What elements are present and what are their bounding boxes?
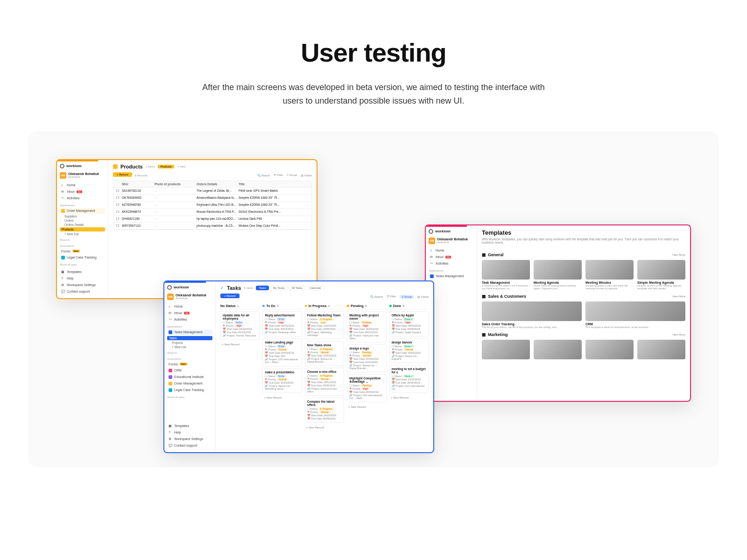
nav-activities[interactable]: 〰Activities (60, 196, 105, 201)
nav-activities[interactable]: 〰Activities (167, 317, 212, 322)
task-card[interactable]: Reply advertisement ☐ Status To Do ⚑ Pri… (262, 311, 302, 336)
task-card[interactable]: Highlight Competitive Advantage ... ☐ St… (347, 374, 386, 402)
add-record-link[interactable]: + New Record (389, 395, 429, 400)
nav-tasks[interactable]: Tasks (167, 336, 212, 340)
nav-orders[interactable]: Orders (60, 219, 105, 222)
table-row[interactable]: ☐OK769284902—AmazonBasics Backpack fo...… (113, 195, 311, 202)
tab-tasks[interactable]: Tasks (256, 286, 268, 290)
tab-alltasks[interactable]: All Tasks (289, 286, 306, 290)
task-card[interactable]: Offers by Apple ☐ Status Done ✓ ⚑ Priori… (389, 311, 429, 336)
group-button[interactable]: ≡ Group (400, 295, 414, 299)
nav-showall[interactable]: Show all apps (60, 263, 105, 266)
add-record-link[interactable]: + New Record (305, 425, 344, 430)
nav-templates[interactable]: ▦Templates (60, 269, 105, 275)
nav-automation[interactable]: Automation (60, 245, 105, 247)
add-record-button[interactable]: + Record (113, 172, 132, 177)
nav-order-mgmt[interactable]: Order Management (60, 208, 105, 214)
template-card[interactable]: Simple Meeting AgendaSimpler version of … (637, 260, 685, 290)
nav-ws-settings[interactable]: ⚙Workspace Settings (60, 282, 105, 288)
nav-new-list[interactable]: + New List (60, 232, 105, 236)
template-card[interactable]: CRMThis template is ideal for entreprene… (585, 301, 685, 329)
brand[interactable]: workiom (429, 229, 474, 234)
table-row[interactable]: ☐AZ783946780—Keyboard Ultra-Thin LED B..… (113, 202, 311, 209)
task-card[interactable]: Compare the latest offers ☐ Status In Pr… (305, 398, 344, 423)
nav-help[interactable]: ?Help (167, 430, 212, 435)
template-card[interactable] (637, 340, 685, 361)
nav-legal[interactable]: Legal Case Tracking (167, 387, 212, 393)
template-card[interactable]: Meeting AgendaNever have an unproductive… (534, 260, 582, 290)
task-card[interactable]: make Landing page ☐ Status To Do ⚑ Prior… (262, 338, 302, 366)
fields-button[interactable]: ▥ Fields (301, 174, 312, 177)
nav-templates[interactable]: ▦Templates (167, 423, 212, 429)
nav-home[interactable]: ⌂Home (429, 248, 474, 253)
template-card[interactable] (482, 340, 530, 361)
nav-forms[interactable]: FormsNew (60, 249, 105, 254)
brand[interactable]: workiom (60, 164, 105, 168)
view-more-link[interactable]: View More (672, 295, 685, 298)
table-row[interactable]: ☐SA196782116—The Legend of Zelda: Br...F… (113, 188, 311, 195)
nav-tasks-mgmt[interactable]: Tasks Management (167, 329, 212, 335)
nav-contact[interactable]: 💬Contact support (167, 443, 212, 448)
view-pill[interactable]: Products (158, 165, 175, 168)
nav-order-mgmt[interactable]: Order Management (167, 381, 212, 386)
nav-reports[interactable]: Reports (60, 238, 105, 241)
nav-ws-settings[interactable]: ⚙Workspace Settings (167, 436, 212, 442)
task-card[interactable]: meeting to set a budget for e ☐ Status D… (389, 365, 429, 393)
table-row[interactable]: ☐WR72567110—photocopy machine - B-C5...W… (113, 223, 311, 230)
group-button[interactable]: ≡ Group (287, 174, 297, 177)
home-icon: ⌂ (61, 183, 65, 187)
brand[interactable]: workiom (167, 285, 212, 290)
nav-home[interactable]: ⌂Home (60, 182, 105, 188)
task-card[interactable]: design a logo ☐ Status Pending ⚑ Priorit… (347, 344, 386, 372)
user-chip[interactable]: OBOleksandr Bohatiukobohatiuk (167, 294, 212, 300)
task-card[interactable]: New Tasks show ☐ Status In Progress ⚑ Pr… (305, 341, 344, 366)
template-card[interactable]: Meeting MinutesSimple template to plan a… (585, 260, 634, 290)
template-card[interactable]: Sales Order TrackingThe list of your cli… (482, 301, 582, 329)
task-card[interactable]: design banner ☐ Status Done ✓ ⚑ Priority… (389, 338, 429, 363)
nav-projects[interactable]: Projects (167, 341, 212, 344)
nav-crm[interactable]: CRM (167, 368, 212, 373)
table-row[interactable]: ☐SH40421180—hp laptop pav-110-ca10DO...L… (113, 216, 311, 223)
nav-inbox[interactable]: ✉Inbox21 (167, 310, 212, 316)
task-card[interactable]: Follow Marketing Team ☐ Status In Progre… (305, 311, 344, 339)
tab-calendar[interactable]: Calendar (307, 286, 324, 290)
tab-mytasks[interactable]: My Tasks (270, 286, 288, 290)
kanban-column: To Do 3 Reply advertisement ☐ Status To … (262, 303, 302, 448)
add-record-button[interactable]: + Record (220, 294, 240, 298)
add-record-link[interactable]: + New Record (262, 395, 302, 400)
task-card[interactable]: Meeting with project owner ☐ Status Pend… (347, 311, 386, 343)
view-more-link[interactable]: View More (672, 253, 685, 256)
search-button[interactable]: 🔍 Search (370, 295, 383, 299)
nav-forms[interactable]: FormsNew (167, 362, 212, 367)
nav-help[interactable]: ?Help (60, 276, 105, 281)
template-card[interactable] (585, 340, 634, 361)
fields-button[interactable]: ▥ Fields (417, 295, 429, 299)
nav-inbox[interactable]: ✉Inbox21 (429, 254, 474, 260)
task-card[interactable]: Choose a new office ☐ Status In Progress… (305, 368, 344, 396)
search-button[interactable]: 🔍 Search (257, 174, 270, 177)
user-chip[interactable]: OBOleksandr Bohatiukobohatiuk (60, 172, 105, 179)
nav-home[interactable]: ⌂Home (167, 304, 212, 309)
nav-legal[interactable]: Legal Case Tracking (60, 255, 105, 260)
view-more-link[interactable]: View More (672, 333, 685, 336)
nav-contact[interactable]: 💬Contact support (60, 289, 105, 294)
template-card[interactable]: Task ManagementA simple to-do list doesn… (482, 260, 530, 290)
filter-button[interactable]: ⧩ Filter (274, 174, 283, 177)
add-record-link[interactable]: + New Record (347, 404, 386, 410)
nav-edu[interactable]: Educational Institute (167, 374, 212, 380)
nav-suppliers[interactable]: Suppliers (60, 215, 105, 218)
task-card[interactable]: Update data for all employees ☐ Status T… (220, 311, 260, 340)
nav-inbox[interactable]: ✉Inbox21 (60, 189, 105, 195)
user-chip[interactable]: OBOleksandr Bohatiukobohatiuk (429, 238, 474, 244)
nav-activities[interactable]: 〰Activities (429, 261, 474, 266)
add-record-link[interactable]: + New Record (220, 342, 260, 347)
table-row[interactable]: ☐AK915948672—Mouse Electronics A-TRA P..… (113, 209, 311, 216)
nav-orders-details[interactable]: Orders Details (60, 223, 105, 226)
nav-products[interactable]: Products (60, 227, 105, 231)
task-card[interactable]: make a presentation ☐ Status To Do ⚑ Pri… (262, 368, 302, 393)
template-card[interactable] (534, 340, 582, 361)
nav-tasks-mgmt[interactable]: Tasks Management (429, 273, 474, 279)
filter-button[interactable]: ⧩ Filter (387, 295, 396, 299)
add-view-button[interactable]: + View (177, 165, 185, 168)
nav-new-list[interactable]: + New List (167, 345, 212, 349)
